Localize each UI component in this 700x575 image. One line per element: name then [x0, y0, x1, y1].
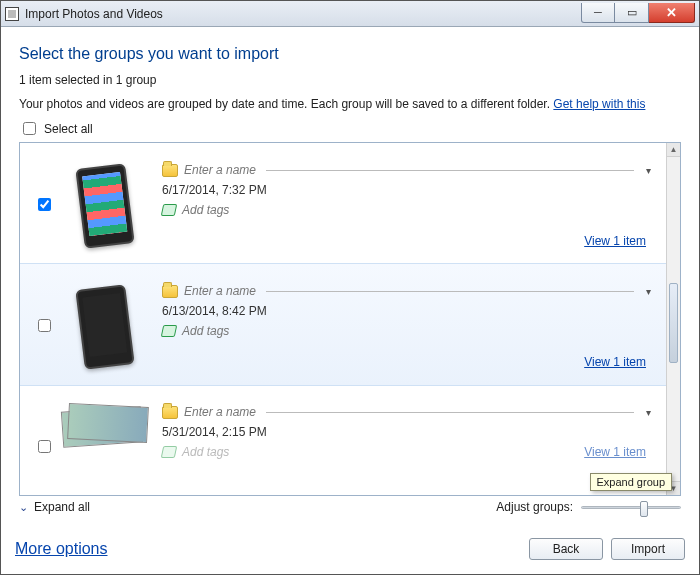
- group-datetime: 5/31/2014, 2:15 PM: [162, 425, 652, 439]
- slider-knob[interactable]: [640, 501, 648, 517]
- select-all-label: Select all: [44, 122, 93, 136]
- folder-icon: [162, 164, 178, 177]
- scroll-up-icon[interactable]: ▲: [667, 143, 680, 157]
- folder-icon: [162, 406, 178, 419]
- folder-icon: [162, 285, 178, 298]
- group-row[interactable]: 20:42 Enter a name ▾ 6/13/2014, 8:42 PM: [20, 263, 666, 386]
- more-options-link[interactable]: More options: [15, 540, 108, 558]
- view-items-link[interactable]: View 1 item: [584, 355, 646, 369]
- chevron-down-icon[interactable]: ▾: [640, 407, 652, 418]
- adjust-groups-slider[interactable]: [581, 506, 681, 509]
- scrollbar[interactable]: ▲ ▼: [666, 143, 680, 495]
- window-buttons: ─ ▭ ✕: [581, 5, 695, 23]
- view-items-link[interactable]: View 1 item: [584, 445, 646, 459]
- list-footer: ⌄ Expand all Adjust groups:: [19, 496, 681, 520]
- group-name-row[interactable]: Enter a name ▾: [162, 163, 652, 177]
- maximize-button[interactable]: ▭: [615, 3, 649, 23]
- group-datetime: 6/17/2014, 7:32 PM: [162, 183, 652, 197]
- expand-all-button[interactable]: ⌄ Expand all: [19, 500, 90, 514]
- view-items-link[interactable]: View 1 item: [584, 234, 646, 248]
- scroll-thumb[interactable]: [669, 283, 678, 363]
- title-bar: Import Photos and Videos ─ ▭ ✕: [1, 1, 699, 27]
- window-title: Import Photos and Videos: [25, 7, 163, 21]
- adjust-groups-label: Adjust groups:: [496, 500, 573, 514]
- page-title: Select the groups you want to import: [19, 45, 681, 63]
- phone-icon: [75, 163, 134, 248]
- group-name-input[interactable]: Enter a name: [184, 163, 256, 177]
- group-tags-row[interactable]: Add tags: [162, 445, 652, 459]
- group-row[interactable]: Enter a name ▾ 5/31/2014, 2:15 PM Add ta…: [20, 385, 666, 459]
- tag-icon: [161, 204, 178, 216]
- select-all-checkbox[interactable]: [23, 122, 36, 135]
- group-checkbox[interactable]: [38, 198, 51, 211]
- group-tags-row[interactable]: Add tags: [162, 324, 652, 338]
- group-tags-row[interactable]: Add tags: [162, 203, 652, 217]
- minimize-button[interactable]: ─: [581, 3, 615, 23]
- groups-list: Enter a name ▾ 6/17/2014, 7:32 PM Add ta…: [19, 142, 681, 496]
- group-name-row[interactable]: Enter a name ▾: [162, 405, 652, 419]
- phone-icon: 20:42: [75, 284, 134, 369]
- chevron-down-icon[interactable]: ▾: [640, 165, 652, 176]
- expand-group-tooltip: Expand group: [590, 473, 673, 491]
- back-button[interactable]: Back: [529, 538, 603, 560]
- group-thumbnail: [60, 163, 150, 248]
- group-row[interactable]: Enter a name ▾ 6/17/2014, 7:32 PM Add ta…: [20, 143, 666, 264]
- group-thumbnail: 20:42: [60, 284, 150, 369]
- group-name-row[interactable]: Enter a name ▾: [162, 284, 652, 298]
- chevron-down-icon[interactable]: ▾: [640, 286, 652, 297]
- group-name-input[interactable]: Enter a name: [184, 405, 256, 419]
- tag-icon: [161, 325, 178, 337]
- content-area: Select the groups you want to import 1 i…: [1, 27, 699, 530]
- selection-summary: 1 item selected in 1 group: [19, 73, 681, 87]
- import-button[interactable]: Import: [611, 538, 685, 560]
- dialog-footer: More options Back Import: [1, 530, 699, 574]
- group-name-input[interactable]: Enter a name: [184, 284, 256, 298]
- import-window: Import Photos and Videos ─ ▭ ✕ Select th…: [0, 0, 700, 575]
- group-checkbox[interactable]: [38, 440, 51, 453]
- photo-stack-icon: [60, 405, 150, 445]
- chevron-down-icon: ⌄: [19, 501, 28, 514]
- group-tags-input[interactable]: Add tags: [182, 445, 229, 459]
- group-checkbox[interactable]: [38, 319, 51, 332]
- adjust-groups: Adjust groups:: [496, 500, 681, 514]
- help-link[interactable]: Get help with this: [553, 97, 645, 111]
- group-tags-input[interactable]: Add tags: [182, 324, 229, 338]
- group-thumbnail: [60, 405, 150, 445]
- group-tags-input[interactable]: Add tags: [182, 203, 229, 217]
- select-all-row[interactable]: Select all: [19, 119, 681, 138]
- app-icon: [5, 7, 19, 21]
- close-button[interactable]: ✕: [649, 3, 695, 23]
- tag-icon: [161, 446, 178, 458]
- group-datetime: 6/13/2014, 8:42 PM: [162, 304, 652, 318]
- explanation-text: Your photos and videos are grouped by da…: [19, 97, 681, 111]
